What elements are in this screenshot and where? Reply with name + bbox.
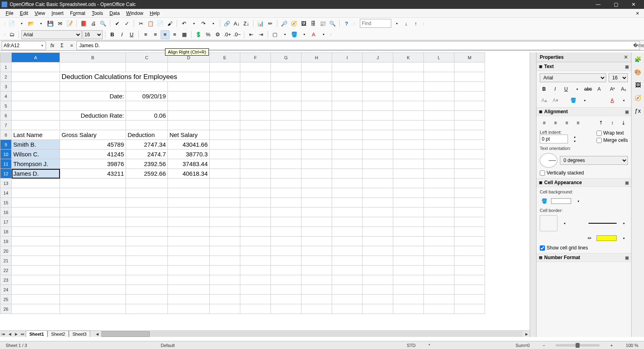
cell-date-value[interactable]: 09/20/19: [126, 91, 168, 101]
zoom-in-button[interactable]: +: [608, 343, 615, 348]
sidebar-navigator-icon[interactable]: 🧭: [634, 93, 642, 102]
border-line-dropdown[interactable]: [619, 219, 628, 228]
status-zoom[interactable]: 100 %: [623, 343, 641, 348]
open-dropdown[interactable]: [36, 19, 45, 28]
row-header-1[interactable]: 1: [0, 62, 12, 72]
cell-A11[interactable]: Thompson J.: [12, 159, 60, 169]
vertically-stacked-checkbox[interactable]: Vertically stacked: [540, 170, 628, 176]
orientation-select[interactable]: 0 degrees: [560, 156, 628, 165]
section-numfmt-more-icon[interactable]: ▣: [625, 256, 629, 260]
print-button[interactable]: 🖨: [89, 19, 98, 28]
panel-align-justify-button[interactable]: ≡: [574, 118, 582, 127]
row-header-4[interactable]: 4: [0, 91, 12, 101]
col-header-K[interactable]: K: [393, 53, 424, 62]
find-input[interactable]: [360, 19, 391, 28]
toolbar2-overflow[interactable]: ⋮: [328, 33, 332, 36]
status-std[interactable]: STD: [404, 343, 418, 348]
indent-down-button[interactable]: ▼: [570, 139, 579, 143]
panel-shadow-button[interactable]: A: [595, 85, 603, 93]
underline-button[interactable]: U: [127, 30, 136, 39]
row-header-11[interactable]: 11: [0, 159, 12, 169]
tab-last-button[interactable]: ⏭: [19, 331, 26, 337]
panel-strike-button[interactable]: abc: [584, 85, 592, 93]
row-header-8[interactable]: 8: [0, 130, 12, 140]
row-header-17[interactable]: 17: [0, 217, 12, 227]
maximize-button[interactable]: ▢: [607, 0, 625, 9]
cell-C10[interactable]: 2474.7: [126, 150, 168, 159]
email-button[interactable]: ✉: [56, 19, 64, 28]
col-header-H[interactable]: H: [301, 53, 332, 62]
panel-superscript-button[interactable]: Aᵃ: [608, 85, 617, 93]
tab-prev-button[interactable]: ◀: [6, 331, 13, 337]
merge-cells-button[interactable]: ▦: [180, 30, 189, 39]
toolbar-overflow[interactable]: ⋮: [352, 22, 356, 25]
bold-button[interactable]: B: [108, 30, 117, 39]
sidebar-functions-icon[interactable]: ƒx: [634, 106, 642, 115]
save-button[interactable]: 💾: [46, 19, 55, 28]
formula-input[interactable]: James D.: [76, 41, 640, 50]
section-cellapp-header[interactable]: ▣ Cell Appearance ▣: [537, 178, 631, 187]
row-header-15[interactable]: 15: [0, 198, 12, 208]
find-history-dropdown[interactable]: [392, 19, 401, 28]
undo-dropdown[interactable]: [189, 19, 198, 28]
increase-indent-button[interactable]: ⇥: [256, 30, 265, 39]
zoom-slider[interactable]: [555, 344, 600, 347]
percent-button[interactable]: %: [204, 30, 213, 39]
section-align-header[interactable]: ▣ Alignment ▣: [537, 107, 631, 116]
col-header-M[interactable]: M: [454, 53, 485, 62]
edit-file-button[interactable]: 📝: [65, 19, 74, 28]
hscroll-right-button[interactable]: ▶: [523, 331, 530, 337]
cell-hdr-lastname[interactable]: Last Name: [12, 130, 60, 140]
cell-hdr-gross[interactable]: Gross Salary: [60, 130, 126, 140]
fontcolor-button[interactable]: A: [309, 30, 318, 39]
cell-B11[interactable]: 39876: [60, 159, 126, 169]
menu-view[interactable]: View: [31, 10, 48, 17]
sidebar-gallery-icon[interactable]: 🖼: [634, 81, 642, 89]
fontcolor-dropdown[interactable]: [319, 30, 328, 39]
font-size-select[interactable]: 16: [83, 30, 103, 39]
status-sum[interactable]: Sum=0: [513, 343, 532, 348]
panel-align-right-button[interactable]: ≡: [562, 118, 571, 127]
row-header-19[interactable]: 19: [0, 237, 12, 246]
section-text-header[interactable]: ▣ Text ▣: [537, 62, 631, 71]
border-preset-dropdown[interactable]: [560, 219, 569, 228]
border-preset-button[interactable]: [540, 215, 557, 231]
panel-subscript-button[interactable]: Aₐ: [619, 85, 628, 93]
tab-next-button[interactable]: ▶: [13, 331, 19, 337]
panel-increase-font-button[interactable]: A▴: [540, 96, 549, 105]
zoom-knob[interactable]: [576, 343, 580, 348]
cell-A12-active[interactable]: James D.: [12, 169, 60, 179]
toolbar-grip[interactable]: ⋮: [2, 22, 6, 25]
copy-button[interactable]: 📋: [146, 19, 155, 28]
panel-valign-middle-button[interactable]: ↕: [608, 118, 617, 127]
print-preview-button[interactable]: 🔍: [99, 19, 107, 28]
row-header-23[interactable]: 23: [0, 275, 12, 285]
align-justify-button[interactable]: ≡: [170, 30, 179, 39]
panel-italic-button[interactable]: I: [551, 85, 559, 93]
cell-D11[interactable]: 37483.44: [168, 159, 210, 169]
col-header-G[interactable]: G: [271, 53, 301, 62]
hscroll-thumb[interactable]: [101, 331, 150, 337]
cell-C9[interactable]: 2747.34: [126, 140, 168, 150]
open-button[interactable]: 📂: [27, 19, 35, 28]
panel-highlight-button[interactable]: 🪣: [569, 96, 578, 105]
headers-footers-button[interactable]: 📰: [318, 19, 327, 28]
col-header-I[interactable]: I: [332, 53, 363, 62]
find-toolbar-overflow[interactable]: ⋮: [421, 22, 425, 25]
panel-align-left-button[interactable]: ≡: [540, 118, 549, 127]
sheet-tab-2[interactable]: Sheet2: [47, 330, 69, 337]
menu-insert[interactable]: Insert: [48, 10, 67, 17]
format-paintbrush-button[interactable]: 🖌: [165, 19, 174, 28]
row-header-9[interactable]: 9: [0, 140, 12, 150]
sort-desc-button[interactable]: Z↓: [242, 19, 251, 28]
autospell-button[interactable]: ✓: [122, 19, 131, 28]
cell-A9[interactable]: Smith B.: [12, 140, 60, 150]
cell-C12[interactable]: 2592.66: [126, 169, 168, 179]
border-color[interactable]: [597, 235, 617, 241]
row-header-21[interactable]: 21: [0, 256, 12, 266]
add-decimal-button[interactable]: .0+: [223, 30, 232, 39]
panel-fontcolor-dropdown[interactable]: [619, 96, 628, 105]
font-name-select[interactable]: Arial: [21, 30, 82, 39]
redo-dropdown[interactable]: [208, 19, 217, 28]
name-box[interactable]: A9:A12 ▼: [2, 41, 46, 50]
